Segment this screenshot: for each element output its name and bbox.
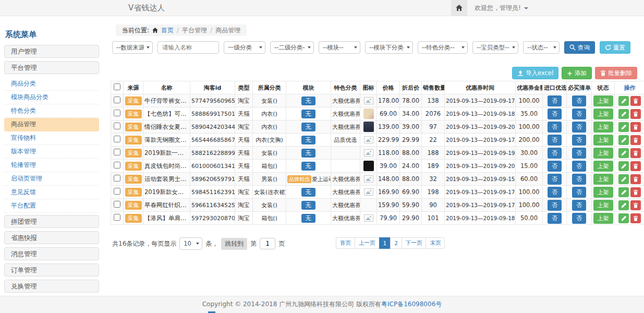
import-select-toggle[interactable]: 否 (548, 148, 562, 159)
row-checkbox[interactable] (114, 175, 120, 182)
sidebar-subitem[interactable]: 版本管理 (4, 145, 99, 159)
must-buy-toggle[interactable]: 否 (572, 200, 586, 211)
status-button[interactable]: 上架 (593, 174, 613, 185)
pagination-button[interactable]: 1 (379, 237, 391, 249)
filter-select[interactable]: --模块下分类-- (365, 41, 413, 54)
status-button[interactable]: 上架 (593, 213, 613, 224)
must-buy-toggle[interactable]: 否 (572, 187, 586, 198)
select-all-checkbox[interactable] (114, 83, 120, 90)
delete-button[interactable] (630, 187, 641, 197)
breadcrumb-home-link[interactable]: 首页 (161, 26, 174, 35)
status-button[interactable]: 上架 (593, 187, 613, 198)
import-select-toggle[interactable]: 否 (548, 122, 562, 133)
search-button[interactable]: 查询 (564, 41, 595, 54)
edit-button[interactable] (618, 148, 629, 158)
filter-select[interactable]: --宝贝类型-- (472, 41, 518, 54)
delete-button[interactable] (630, 148, 641, 158)
sidebar-section[interactable]: 拼团管理 (4, 215, 99, 228)
name-search-input[interactable] (157, 41, 219, 54)
sidebar-subitem[interactable]: 平台配置 (4, 199, 99, 213)
status-button[interactable]: 上架 (593, 148, 613, 159)
must-buy-toggle[interactable]: 否 (572, 161, 586, 172)
edit-button[interactable] (618, 122, 629, 132)
must-buy-toggle[interactable]: 否 (572, 148, 586, 159)
must-buy-toggle[interactable]: 否 (572, 135, 586, 146)
status-button[interactable]: 上架 (593, 122, 613, 133)
edit-button[interactable] (618, 213, 629, 223)
row-checkbox[interactable] (114, 162, 120, 168)
filter-select[interactable]: --状态-- (523, 41, 560, 54)
must-buy-toggle[interactable]: 否 (572, 122, 586, 133)
delete-button[interactable] (630, 213, 641, 223)
filter-select[interactable]: --二级分类-- (270, 41, 314, 54)
status-button[interactable]: 上架 (593, 135, 613, 146)
status-button[interactable]: 上架 (593, 200, 613, 211)
delete-button[interactable] (630, 122, 641, 132)
pagination-button[interactable]: 上一页 (355, 237, 380, 249)
reset-button[interactable]: 重置 (600, 41, 630, 54)
delete-button[interactable] (630, 174, 641, 184)
page-number-input[interactable] (260, 238, 275, 249)
sidebar-section[interactable]: 兑换管理 (4, 280, 99, 293)
sidebar-section[interactable]: 省惠快报 (4, 231, 99, 244)
import-excel-button[interactable]: 导入excel (512, 67, 558, 79)
filter-select[interactable]: --模块-- (319, 41, 360, 54)
pagination-button[interactable]: 2 (390, 237, 402, 249)
filter-select[interactable]: 一级分类 (224, 41, 265, 54)
edit-button[interactable] (618, 109, 629, 119)
row-checkbox[interactable] (114, 136, 120, 142)
delete-button[interactable] (630, 200, 641, 210)
must-buy-toggle[interactable]: 否 (572, 95, 586, 106)
sidebar-subitem[interactable]: 宣传物料 (4, 131, 99, 145)
status-button[interactable]: 上架 (593, 95, 613, 106)
edit-button[interactable] (618, 161, 629, 171)
edit-button[interactable] (618, 96, 629, 106)
edit-button[interactable] (618, 174, 629, 184)
filter-select[interactable]: --特色分类-- (418, 41, 468, 54)
sidebar-subitem[interactable]: 轮播管理 (4, 159, 99, 172)
delete-button[interactable] (630, 96, 641, 106)
edit-button[interactable] (618, 187, 629, 197)
row-checkbox[interactable] (114, 149, 120, 155)
per-page-select[interactable]: 10 (179, 237, 202, 250)
must-buy-toggle[interactable]: 否 (572, 174, 586, 185)
sidebar-subitem[interactable]: 意见反馈 (4, 186, 99, 199)
sidebar-subitem[interactable]: 启动页管理 (4, 172, 99, 186)
pagination-button[interactable]: 下一页 (402, 237, 427, 249)
import-select-toggle[interactable]: 否 (548, 213, 562, 224)
import-select-toggle[interactable]: 否 (548, 135, 562, 146)
jump-to-button[interactable]: 跳转到 (221, 238, 247, 250)
row-checkbox[interactable] (114, 110, 120, 116)
sidebar-subitem[interactable]: 商品管理 (4, 118, 99, 131)
sidebar-subitem[interactable]: 特色分类 (4, 104, 99, 118)
import-select-toggle[interactable]: 否 (548, 200, 562, 211)
import-select-toggle[interactable]: 否 (548, 161, 562, 172)
add-button[interactable]: + 添加 (562, 67, 592, 79)
status-button[interactable]: 上架 (593, 161, 613, 172)
sidebar-subitem[interactable]: 商品分类 (4, 77, 99, 91)
edit-button[interactable] (618, 135, 629, 145)
row-checkbox[interactable] (114, 123, 120, 129)
home-button[interactable] (451, 0, 467, 16)
import-select-toggle[interactable]: 否 (548, 187, 562, 198)
sidebar-section[interactable]: 订单管理 (4, 263, 99, 276)
edit-button[interactable] (618, 200, 629, 210)
sidebar-section-user-mgmt[interactable]: 用户管理 (4, 45, 99, 58)
pagination-button[interactable]: 首页 (336, 237, 355, 249)
sidebar-subitem[interactable]: 模块商品分类 (4, 91, 99, 104)
row-checkbox[interactable] (114, 214, 120, 221)
import-select-toggle[interactable]: 否 (548, 174, 562, 185)
import-select-toggle[interactable]: 否 (548, 95, 562, 106)
delete-button[interactable] (630, 135, 641, 145)
user-menu[interactable]: 欢迎您，管理员! (475, 4, 528, 13)
row-checkbox[interactable] (114, 188, 120, 195)
batch-delete-button[interactable]: 批量删除 (595, 67, 637, 79)
sidebar-section[interactable]: 消息管理 (4, 247, 99, 260)
sidebar-section-platform-mgmt[interactable]: 平台管理 (4, 61, 99, 74)
delete-button[interactable] (630, 109, 641, 119)
delete-button[interactable] (630, 161, 641, 171)
icp-link[interactable]: 粤ICP备16098006号 (381, 300, 442, 308)
must-buy-toggle[interactable]: 否 (572, 213, 586, 224)
row-checkbox[interactable] (114, 201, 120, 208)
status-button[interactable]: 上架 (593, 109, 613, 119)
